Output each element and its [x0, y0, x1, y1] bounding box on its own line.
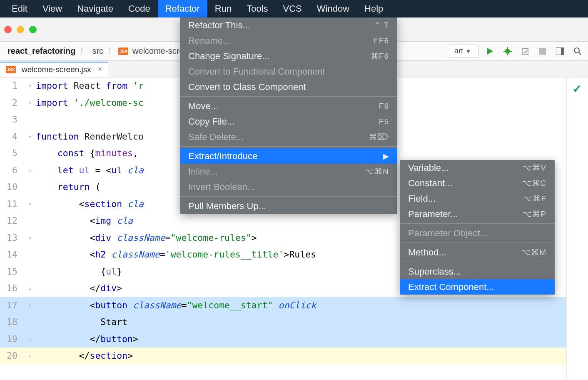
- submenu-arrow-icon: ▶: [383, 152, 389, 161]
- menu-separator: [180, 196, 397, 197]
- menu-shortcut: ⌥⌘N: [365, 167, 389, 176]
- chevron-down-icon: ▾: [466, 47, 470, 56]
- menu-item-extract-introduce[interactable]: Extract/Introduce▶: [180, 148, 397, 164]
- menu-help[interactable]: Help: [357, 0, 391, 18]
- menu-item-refactor-this[interactable]: Refactor This...⌃ T: [180, 18, 397, 33]
- line-number: 15: [0, 263, 24, 280]
- inspection-ok-icon[interactable]: ✓: [573, 82, 582, 95]
- code-content: <section cla: [36, 196, 144, 213]
- menu-item-extract-component[interactable]: Extract Component...: [400, 279, 555, 295]
- menu-separator: [180, 146, 397, 147]
- fold-icon[interactable]: ▾: [24, 196, 36, 213]
- menu-run[interactable]: Run: [207, 0, 239, 18]
- minimize-window-icon[interactable]: [17, 26, 24, 33]
- run-icon[interactable]: [486, 47, 495, 56]
- menu-view[interactable]: View: [35, 0, 70, 18]
- extract-introduce-submenu[interactable]: Variable...⌥⌘VConstant...⌥⌘CField...⌥⌘FP…: [400, 160, 555, 295]
- fold-icon: [24, 145, 36, 162]
- traffic-lights: [4, 26, 37, 33]
- fold-icon[interactable]: ▾: [24, 297, 36, 314]
- fold-icon[interactable]: ▴: [24, 280, 36, 297]
- breadcrumb-separator: 〉: [107, 45, 116, 57]
- fold-icon: [24, 179, 36, 196]
- menu-separator: [400, 223, 555, 224]
- menu-item-variable[interactable]: Variable...⌥⌘V: [400, 160, 555, 175]
- fold-icon[interactable]: ▾: [24, 95, 36, 112]
- fold-icon[interactable]: ▾: [24, 128, 36, 145]
- zoom-window-icon[interactable]: [29, 26, 37, 33]
- menu-item-label: Rename...: [188, 35, 231, 46]
- menu-item-label: Constant...: [408, 178, 452, 189]
- svg-point-9: [574, 48, 579, 53]
- fold-icon[interactable]: ▾: [24, 78, 36, 95]
- menu-item-move[interactable]: Move...F6: [180, 98, 397, 114]
- menu-item-label: Parameter...: [408, 209, 458, 220]
- close-tab-icon[interactable]: ×: [98, 65, 102, 74]
- line-number: 6: [0, 162, 24, 179]
- menu-item-field[interactable]: Field...⌥⌘F: [400, 191, 555, 206]
- breadcrumb-project[interactable]: react_refactoring: [6, 46, 77, 56]
- menu-item-inline: Inline...⌥⌘N: [180, 164, 397, 179]
- menu-navigate[interactable]: Navigate: [70, 0, 121, 18]
- stop-icon[interactable]: [538, 47, 547, 56]
- breadcrumb-folder[interactable]: src: [90, 46, 105, 56]
- menu-item-change-signature[interactable]: Change Signature...⌘F6: [180, 48, 397, 64]
- line-number: 2: [0, 95, 24, 112]
- debug-icon[interactable]: [503, 47, 512, 56]
- fold-icon[interactable]: ▾: [24, 230, 36, 247]
- code-line[interactable]: 19▴ </button>: [0, 331, 588, 348]
- coverage-icon[interactable]: [521, 47, 530, 56]
- line-number: 11: [0, 196, 24, 213]
- refactor-menu[interactable]: Refactor This...⌃ TRename...⇧F6Change Si…: [180, 18, 397, 214]
- layout-icon[interactable]: [556, 47, 565, 56]
- menu-shortcut: ⇧F6: [372, 36, 389, 45]
- menu-item-copy-file[interactable]: Copy File...F5: [180, 114, 397, 129]
- code-line[interactable]: 18 Start: [0, 314, 588, 331]
- menu-refactor[interactable]: Refactor: [158, 0, 207, 18]
- menu-shortcut: ⌥⌘F: [523, 194, 546, 203]
- menu-tools[interactable]: Tools: [239, 0, 275, 18]
- menu-code[interactable]: Code: [121, 0, 158, 18]
- menu-separator: [400, 262, 555, 262]
- code-line[interactable]: 20▴ </section>: [0, 348, 588, 365]
- run-configuration-selector[interactable]: art ▾: [449, 45, 479, 58]
- menu-separator: [180, 96, 397, 97]
- menu-shortcut: F5: [379, 117, 389, 126]
- code-content: </button>: [36, 331, 138, 348]
- line-number: 3: [0, 111, 24, 128]
- menubar: EditViewNavigateCodeRefactorRunToolsVCSW…: [0, 0, 588, 18]
- menu-item-label: Variable...: [408, 162, 448, 173]
- line-number: 14: [0, 246, 24, 263]
- svg-marker-0: [487, 48, 493, 55]
- menu-vcs[interactable]: VCS: [276, 0, 309, 18]
- menu-item-label: Move...: [188, 101, 218, 112]
- search-icon[interactable]: [573, 47, 582, 56]
- fold-icon[interactable]: +: [24, 162, 36, 179]
- fold-icon[interactable]: ▴: [24, 348, 36, 365]
- tab-welcome-screen[interactable]: JSX welcome-screen.jsx ×: [0, 62, 108, 77]
- menu-shortcut: ⌥⌘C: [522, 178, 546, 188]
- menu-item-convert-to-class-component[interactable]: Convert to Class Component: [180, 79, 397, 95]
- svg-point-1: [505, 49, 510, 54]
- menu-item-parameter[interactable]: Parameter...⌥⌘P: [400, 206, 555, 222]
- menu-item-superclass[interactable]: Superclass...: [400, 264, 555, 279]
- code-content: <div className="welcome-rules">: [36, 230, 257, 247]
- code-content: <button className="welcome__start" onCli…: [36, 297, 316, 314]
- menu-item-method[interactable]: Method...⌥⌘M: [400, 245, 555, 260]
- code-content: function RenderWelco: [36, 128, 144, 145]
- menu-item-constant[interactable]: Constant...⌥⌘C: [400, 175, 555, 191]
- line-number: 4: [0, 128, 24, 145]
- menu-edit[interactable]: Edit: [4, 0, 35, 18]
- menu-item-label: Convert to Functional Component: [188, 66, 325, 77]
- menu-item-convert-to-functional-component: Convert to Functional Component: [180, 64, 397, 79]
- close-window-icon[interactable]: [4, 26, 12, 33]
- menu-item-label: Convert to Class Component: [188, 82, 306, 92]
- fold-icon: [24, 246, 36, 263]
- menu-item-pull-members-up[interactable]: Pull Members Up...: [180, 198, 397, 214]
- code-line[interactable]: 17▾ <button className="welcome__start" o…: [0, 297, 588, 314]
- line-number: 19: [0, 331, 24, 348]
- line-number: 10: [0, 179, 24, 196]
- fold-icon[interactable]: ▴: [24, 331, 36, 348]
- line-number: 16: [0, 280, 24, 297]
- menu-window[interactable]: Window: [309, 0, 357, 18]
